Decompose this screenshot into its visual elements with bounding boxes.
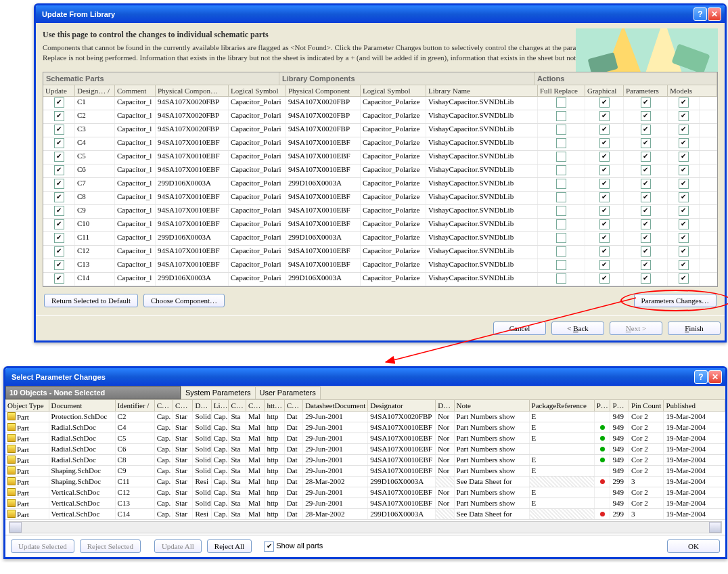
models-checkbox[interactable]: [679, 246, 689, 257]
fullreplace-checkbox[interactable]: [556, 219, 566, 229]
models-checkbox[interactable]: [679, 179, 689, 189]
finish-button[interactable]: Finish: [668, 322, 721, 335]
graphical-checkbox[interactable]: [599, 152, 610, 162]
pcol-c1[interactable]: Object Type: [5, 399, 49, 412]
pcol-c19[interactable]: Pin Count: [629, 399, 664, 412]
models-checkbox[interactable]: [679, 138, 689, 148]
parameters-checkbox[interactable]: [641, 111, 651, 121]
show-all-parts-label[interactable]: Show all parts: [264, 542, 323, 552]
table-row[interactable]: C11Capacitor_l299D106X0003ACapacitor_Pol…: [43, 232, 717, 246]
table-row[interactable]: C12Capacitor_l94SA107X0010EBFCapacitor_P…: [43, 246, 717, 259]
table-row[interactable]: C10Capacitor_l94SA107X0010EBFCapacitor_P…: [43, 219, 717, 232]
graphical-checkbox[interactable]: [599, 219, 610, 229]
col-update[interactable]: Update: [43, 85, 75, 97]
update-checkbox[interactable]: [54, 125, 64, 135]
fullreplace-checkbox[interactable]: [556, 152, 566, 162]
cell-designator[interactable]: C14: [75, 273, 115, 286]
cell-designator[interactable]: C4: [75, 137, 115, 150]
pcol-c2[interactable]: Document: [49, 399, 116, 412]
table-row[interactable]: C6Capacitor_l94SA107X0010EBFCapacitor_Po…: [43, 164, 717, 178]
param-row[interactable]: PartVertical.SchDocC14Cap.StarResiCap.St…: [5, 509, 725, 520]
graphical-checkbox[interactable]: [599, 138, 610, 148]
show-all-parts-checkbox[interactable]: [264, 542, 274, 552]
table-row[interactable]: C9Capacitor_l94SA107X0010EBFCapacitor_Po…: [43, 205, 717, 219]
col-models[interactable]: Models: [668, 85, 717, 97]
pcol-c18[interactable]: P…: [610, 399, 629, 412]
fullreplace-checkbox[interactable]: [556, 260, 566, 270]
cell-designator[interactable]: C12: [75, 246, 115, 259]
parameters-checkbox[interactable]: [641, 138, 651, 148]
col-fullreplace[interactable]: Full Replace: [538, 85, 585, 97]
parameters-checkbox[interactable]: [641, 260, 651, 270]
cell-designator[interactable]: C3: [75, 124, 115, 137]
parameters-checkbox[interactable]: [641, 273, 651, 284]
models-checkbox[interactable]: [679, 273, 689, 284]
models-checkbox[interactable]: [679, 192, 689, 202]
pcol-c6[interactable]: D…: [193, 399, 211, 412]
pcol-c7[interactable]: Li…: [212, 399, 229, 412]
cancel-button[interactable]: Cancel: [493, 322, 546, 335]
fullreplace-checkbox[interactable]: [556, 111, 566, 121]
fullreplace-checkbox[interactable]: [556, 273, 566, 284]
fullreplace-checkbox[interactable]: [556, 233, 566, 243]
cell-designator[interactable]: C6: [75, 164, 115, 177]
parameters-checkbox[interactable]: [641, 179, 651, 189]
back-button[interactable]: < Back: [551, 322, 604, 335]
col-logsym2[interactable]: Logical Symbol: [361, 85, 426, 97]
table-row[interactable]: C3Capacitor_l94SA107X0020FBPCapacitor_Po…: [43, 124, 717, 137]
graphical-checkbox[interactable]: [599, 206, 610, 216]
col-physcomp1[interactable]: Physical Compon…: [156, 85, 229, 97]
cell-designator[interactable]: C7: [75, 178, 115, 191]
update-checkbox[interactable]: [54, 165, 64, 175]
group-actions[interactable]: Actions: [534, 72, 717, 85]
parameters-checkbox[interactable]: [641, 233, 651, 243]
param-row[interactable]: PartShaping.SchDocC9Cap.StarSolidCap.Sta…: [5, 466, 725, 477]
pcol-c20[interactable]: Published: [664, 399, 725, 412]
help-icon-2[interactable]: ?: [694, 370, 708, 384]
col-graphical[interactable]: Graphical: [585, 85, 624, 97]
tab-system-parameters[interactable]: System Parameters: [181, 387, 256, 399]
cell-designator[interactable]: C10: [75, 219, 115, 231]
close-icon-2[interactable]: ✕: [708, 370, 722, 384]
models-checkbox[interactable]: [679, 152, 689, 162]
graphical-checkbox[interactable]: [599, 246, 610, 257]
pcol-c14[interactable]: D…: [436, 399, 454, 412]
return-default-button[interactable]: Return Selected to Default: [44, 294, 138, 307]
fullreplace-checkbox[interactable]: [556, 165, 566, 175]
table-row[interactable]: C2Capacitor_l94SA107X0020FBPCapacitor_Po…: [43, 110, 717, 124]
col-parameters[interactable]: Parameters: [624, 85, 668, 97]
choose-component-button[interactable]: Choose Component…: [143, 294, 225, 307]
parameters-checkbox[interactable]: [641, 165, 651, 175]
param-row[interactable]: PartRadial.SchDocC4Cap.StarSolidCap.StaM…: [5, 422, 725, 433]
horizontal-scrollbar[interactable]: [9, 521, 722, 533]
models-checkbox[interactable]: [679, 233, 689, 243]
graphical-checkbox[interactable]: [599, 111, 610, 121]
param-row[interactable]: PartProtection.SchDocC2Cap.StarSolidCap.…: [5, 412, 725, 422]
col-libname[interactable]: Library Name: [426, 85, 538, 97]
help-icon[interactable]: ?: [693, 7, 707, 21]
param-row[interactable]: PartRadial.SchDocC5Cap.StarSolidCap.StaM…: [5, 433, 725, 444]
table-row[interactable]: C13Capacitor_l94SA107X0010EBFCapacitor_P…: [43, 259, 717, 273]
pcol-c9[interactable]: C…: [246, 399, 265, 412]
models-checkbox[interactable]: [679, 260, 689, 270]
cell-designator[interactable]: C9: [75, 205, 115, 218]
col-logsym1[interactable]: Logical Symbol: [229, 85, 286, 97]
pcol-c4[interactable]: C…: [155, 399, 173, 412]
cell-designator[interactable]: C1: [75, 97, 115, 110]
title-bar[interactable]: Update From Library ? ✕: [36, 5, 725, 23]
parameters-checkbox[interactable]: [641, 246, 651, 257]
cell-designator[interactable]: C11: [75, 232, 115, 245]
group-library[interactable]: Library Components: [279, 72, 534, 85]
graphical-checkbox[interactable]: [599, 179, 610, 189]
pcol-c13[interactable]: Designator: [368, 399, 436, 412]
update-checkbox[interactable]: [54, 246, 64, 257]
update-checkbox[interactable]: [54, 97, 64, 108]
models-checkbox[interactable]: [679, 125, 689, 135]
pcol-c3[interactable]: Identifier /: [116, 399, 155, 412]
title-bar-2[interactable]: Select Parameter Changes ? ✕: [5, 368, 725, 386]
models-checkbox[interactable]: [679, 206, 689, 216]
table-row[interactable]: C4Capacitor_l94SA107X0010EBFCapacitor_Po…: [43, 137, 717, 151]
update-checkbox[interactable]: [54, 179, 64, 189]
table-row[interactable]: C14Capacitor_l299D106X0003ACapacitor_Pol…: [43, 273, 717, 286]
models-checkbox[interactable]: [679, 97, 689, 108]
